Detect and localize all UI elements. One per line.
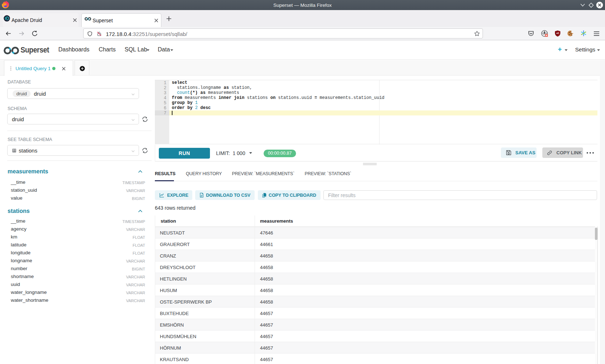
svg-text:uO: uO [556, 32, 559, 34]
